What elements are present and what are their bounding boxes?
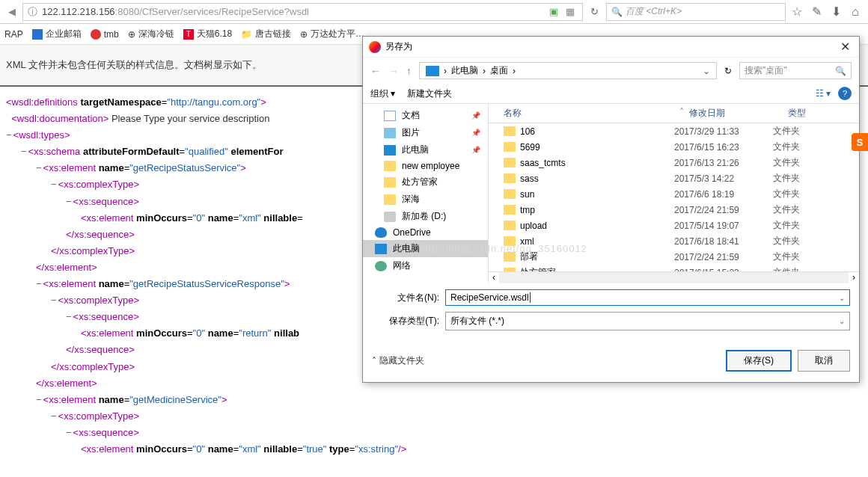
sidebar-item[interactable]: 新加卷 (D:) <box>363 208 488 225</box>
sidebar-item[interactable]: new employee <box>363 159 488 173</box>
pc-icon <box>384 145 396 156</box>
doc-icon <box>384 111 396 121</box>
file-header[interactable]: 名称 ˄ 修改日期 类型 <box>489 104 859 123</box>
bookmark-item[interactable]: T天猫6.18 <box>183 28 232 40</box>
sidebar-item[interactable]: 图片📌 <box>363 124 488 141</box>
reload-button[interactable]: ↻ <box>590 6 599 17</box>
sidebar-item[interactable]: 此电脑📌 <box>363 141 488 159</box>
file-row[interactable]: 部署2017/2/24 21:59文件夹 <box>489 249 859 265</box>
folder-icon <box>504 236 516 246</box>
chevron-down-icon[interactable]: ⌄ <box>839 317 845 325</box>
file-list[interactable]: 1062017/3/29 11:33文件夹56992017/6/15 16:23… <box>489 123 859 271</box>
nav-back[interactable]: ◀ <box>4 4 19 19</box>
folder-icon <box>504 252 516 262</box>
download-icon[interactable]: ⬇ <box>828 4 844 19</box>
location-sidebar: 文档📌图片📌此电脑📌new employee处方管家深海新加卷 (D:)OneD… <box>363 104 489 283</box>
search-icon: 🔍 <box>835 66 846 76</box>
sidebar-item[interactable]: 文档📌 <box>363 107 488 124</box>
save-button[interactable]: 保存(S) <box>726 350 792 372</box>
hide-folders-toggle[interactable]: ˄ 隐藏文件夹 <box>372 354 424 367</box>
img-icon <box>384 128 396 138</box>
folder-icon <box>384 177 396 188</box>
cancel-button[interactable]: 取消 <box>798 350 850 372</box>
file-row[interactable]: xml2017/6/18 18:41文件夹 <box>489 233 859 249</box>
filename-label: 文件名(N): <box>372 292 439 304</box>
folder-icon <box>504 173 516 183</box>
chevron-down-icon[interactable]: ⌄ <box>839 294 845 302</box>
folder-icon <box>504 158 516 167</box>
bookmark-item[interactable]: RAP <box>4 29 23 40</box>
file-row[interactable]: 56992017/6/15 16:23文件夹 <box>489 139 859 155</box>
library-icon[interactable]: ✎ <box>808 4 825 19</box>
url-path: /CfServer/services/RecipeService?wsdl <box>139 6 309 17</box>
home-icon[interactable]: ⌂ <box>847 5 864 19</box>
new-folder-button[interactable]: 新建文件夹 <box>407 87 452 100</box>
sidebar-item[interactable]: 深海 <box>363 191 488 208</box>
savetype-select[interactable]: 所有文件 (*.*) ⌄ <box>445 312 850 330</box>
file-row[interactable]: 处方管家2017/6/15 15:23文件夹 <box>489 265 859 271</box>
file-row[interactable]: sass2017/5/3 14:22文件夹 <box>489 170 859 186</box>
folder-icon <box>384 194 396 205</box>
disk-icon <box>384 212 396 222</box>
side-badge[interactable]: S <box>852 133 868 151</box>
pc-icon <box>426 66 439 76</box>
view-button[interactable]: ☷ ▾ <box>816 88 831 99</box>
dialog-title: 另存为 <box>385 40 412 53</box>
bookmark-item[interactable]: 📁唐古链接 <box>241 28 291 40</box>
save-as-dialog: 另存为 ✕ ← → ↑ › 此电脑 › 桌面 › ⌄ ↻ 搜索"桌面" 🔍 组织… <box>362 36 860 383</box>
file-row[interactable]: 1062017/3/29 11:33文件夹 <box>489 123 859 139</box>
savetype-label: 保存类型(T): <box>372 315 439 327</box>
folder-icon <box>504 142 516 152</box>
pc-icon <box>375 244 387 254</box>
nav-fwd-arrow[interactable]: → <box>388 65 399 77</box>
help-button[interactable]: ? <box>838 87 852 100</box>
dialog-search[interactable]: 搜索"桌面" 🔍 <box>739 62 852 79</box>
bookmark-item[interactable]: ⊕万达处方平… <box>300 28 364 40</box>
shield-icon[interactable]: ▣ <box>549 6 558 17</box>
browser-search[interactable]: 🔍 百度 <Ctrl+K> <box>606 3 786 21</box>
refresh-icon[interactable]: ↻ <box>724 66 732 76</box>
pin-icon: 📌 <box>471 129 480 137</box>
folder-icon <box>384 161 396 171</box>
pin-icon: 📌 <box>471 111 480 120</box>
file-row[interactable]: upload2017/5/14 19:07文件夹 <box>489 218 859 233</box>
nav-back-arrow[interactable]: ← <box>370 65 381 77</box>
chevron-up-icon: ˄ <box>372 356 376 366</box>
folder-icon <box>504 205 516 215</box>
folder-icon <box>504 189 516 199</box>
star-icon[interactable]: ☆ <box>789 4 805 19</box>
sidebar-item[interactable]: OneDrive <box>363 225 488 240</box>
nav-up-arrow[interactable]: ↑ <box>406 65 412 77</box>
url-port: :8080 <box>115 6 140 17</box>
filename-input[interactable]: RecipeService.wsdl ⌄ <box>445 289 850 306</box>
dialog-close[interactable]: ✕ <box>837 40 853 54</box>
search-icon: 🔍 <box>611 7 623 17</box>
folder-icon <box>504 126 516 136</box>
sidebar-item[interactable]: 此电脑 <box>363 240 488 257</box>
url-bar[interactable]: ⓘ 122.112.218.156:8080/CfServer/services… <box>22 3 583 21</box>
organize-menu[interactable]: 组织 ▾ <box>370 87 395 100</box>
file-row[interactable]: tmp2017/2/24 21:59文件夹 <box>489 202 859 218</box>
firefox-icon <box>369 41 381 53</box>
bookmark-item[interactable]: 企业邮箱 <box>32 28 82 40</box>
search-placeholder: 百度 <Ctrl+K> <box>626 5 682 18</box>
sidebar-item[interactable]: 网络 <box>363 257 488 274</box>
info-icon: ⓘ <box>28 5 37 19</box>
bookmark-item[interactable]: ⊕深海冷链 <box>128 28 174 40</box>
path-bar[interactable]: › 此电脑 › 桌面 › ⌄ <box>419 62 717 79</box>
bookmark-item[interactable]: tmb <box>91 29 119 40</box>
sidebar-item[interactable]: 处方管家 <box>363 173 488 191</box>
pin-icon: 📌 <box>471 146 480 154</box>
dash-icon[interactable]: ▦ <box>566 6 575 17</box>
file-row[interactable]: sun2017/6/6 18:19文件夹 <box>489 186 859 202</box>
folder-icon <box>504 221 516 230</box>
url-host: 122.112.218.156 <box>42 6 115 17</box>
cloud-icon <box>375 227 387 238</box>
net-icon <box>375 261 387 271</box>
file-row[interactable]: saas_tcmts2017/6/13 21:26文件夹 <box>489 155 859 170</box>
